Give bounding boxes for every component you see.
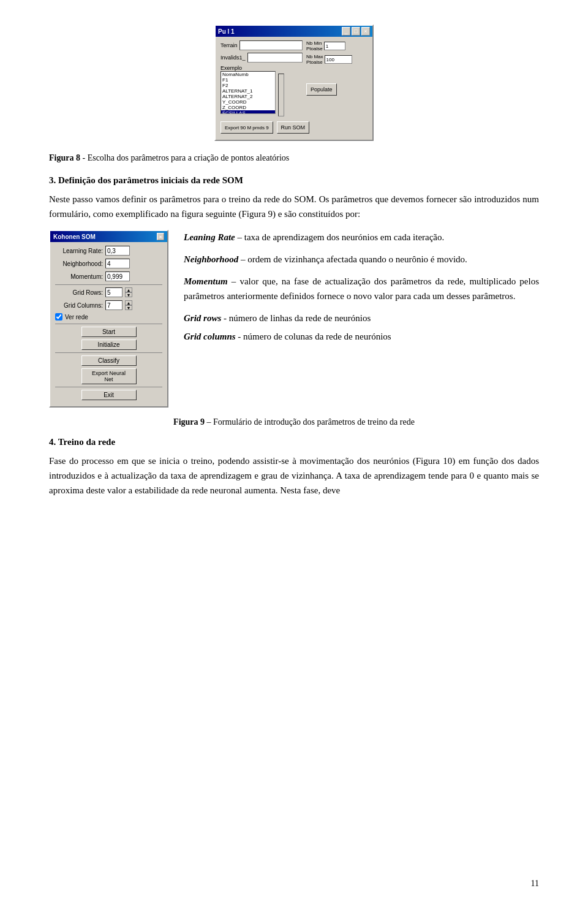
page: Pu l 1 _ □ × Terrain Invalids1_ (0, 0, 588, 907)
neighborhood-row: Neighborhood: 4 (55, 259, 162, 268)
figure9-descriptions: Leaning Rate – taxa de aprendizagem dos … (184, 230, 539, 344)
grid-cols-spinner[interactable]: ▲ ▼ (125, 300, 132, 310)
list-item[interactable]: Z_COORD (221, 105, 275, 110)
list-item[interactable]: ALTERNAT_1 (221, 88, 275, 94)
listbox-scrollbar[interactable] (278, 65, 284, 116)
list-item[interactable]: Y_COORD (221, 99, 275, 105)
learning-rate-input[interactable]: 0,3 (105, 246, 130, 256)
run-som-button[interactable]: Run SOM (277, 121, 310, 134)
figure8-caption-sep: - (80, 153, 88, 162)
export-neural-btn-row: Export Neural Net (55, 368, 162, 384)
populate-btn-container: Populate (306, 83, 368, 96)
grid-rows-up[interactable]: ▲ (125, 287, 132, 292)
nbmax-row: Nb MaxPtoalse 100 (306, 54, 368, 65)
separator3 (55, 387, 162, 387)
grid-cols-label: Grid Columns: (55, 302, 103, 309)
exit-button[interactable]: Exit (81, 390, 137, 400)
maximize-btn[interactable]: □ (352, 27, 360, 36)
neighborhood-label: Neighborhood: (55, 260, 103, 267)
list-item[interactable]: F1 (221, 77, 275, 83)
figure9-caption-sep: – (205, 417, 213, 427)
initialize-button[interactable]: Initialize (81, 340, 137, 350)
nbmin-label: Nb MinPtoalse (306, 40, 323, 51)
kohonen-dialog: Kohonen SOM × Learning Rate: 0,3 (49, 230, 168, 408)
start-btn-row: Start (55, 327, 162, 337)
figure9-caption-label: Figura 9 (173, 417, 205, 427)
figure9-left: Kohonen SOM × Learning Rate: 0,3 (49, 230, 172, 408)
grid-rows-desc-text: - número de linhas da rede de neurónios (221, 313, 371, 323)
ver-rede-row: Ver rede (55, 313, 162, 321)
start-button[interactable]: Start (81, 327, 137, 337)
figure9-section: Kohonen SOM × Learning Rate: 0,3 (49, 230, 539, 408)
invalids-input[interactable] (247, 53, 303, 63)
grid-cols-input[interactable]: 7 (105, 300, 123, 310)
page-number: 11 (531, 879, 539, 889)
figure8-caption-label: Figura 8 (49, 153, 80, 162)
divider1 (55, 284, 162, 285)
section4-heading: 4. Treino da rede (49, 437, 539, 447)
momentum-label: Momentum: (55, 273, 103, 280)
learning-rate-desc-text: – taxa de aprendizagem dos neurónios em … (235, 232, 445, 242)
momentum-row: Momentum: 0,999 (55, 271, 162, 281)
nbmax-input[interactable]: 100 (325, 55, 352, 64)
grid-rows-desc-block: Grid rows - número de linhas da rede de … (184, 311, 539, 325)
invalids-row: Invalids1_ (221, 53, 303, 63)
ver-rede-checkbox[interactable] (55, 313, 62, 321)
learning-rate-label: Learning Rate: (55, 248, 103, 254)
grid-cols-up[interactable]: ▲ (125, 300, 132, 305)
grid-rows-row: Grid Rows: 5 ▲ ▼ (55, 287, 162, 297)
export-button[interactable]: Export 90 M pmds 9 (221, 121, 273, 134)
classify-button[interactable]: Classify (81, 355, 137, 366)
export-neural-button[interactable]: Export Neural Net (81, 368, 137, 384)
list-item[interactable]: ALTERNAT_2 (221, 94, 275, 99)
neighborhood-title: Neighborhood (184, 254, 238, 264)
figure8-titlebar: Pu l 1 _ □ × (216, 26, 372, 37)
separator2 (55, 352, 162, 353)
listbox-area: Exemplo NomaNumb F1 F2 ALTERNAT_1 ALTERN… (221, 65, 303, 116)
figure8-container: Pu l 1 _ □ × Terrain Invalids1_ (49, 25, 539, 141)
learning-rate-desc-block: Leaning Rate – taxa de aprendizagem dos … (184, 230, 539, 245)
list-item-selected[interactable]: FCSILLAS_ (221, 110, 275, 114)
grid-rows-input[interactable]: 5 (105, 287, 123, 297)
figure8-right-panel: Nb MinPtoalse 1 Nb MaxPtoalse 100 Popula… (306, 40, 368, 116)
list-item[interactable]: NomaNumb (221, 72, 275, 77)
grid-rows-label: Grid Rows: (55, 289, 103, 296)
grid-rows-down[interactable]: ▼ (125, 292, 132, 297)
figure8-title: Pu l 1 (218, 28, 235, 35)
grid-rows-spinner[interactable]: ▲ ▼ (125, 287, 132, 297)
section3-heading: 3. Definição dos parâmetros iniciais da … (49, 175, 539, 186)
grid-cols-desc-block: Grid columns - número de colunas da rede… (184, 329, 539, 344)
learning-rate-title: Leaning Rate (184, 232, 235, 242)
close-btn[interactable]: × (361, 27, 370, 36)
grid-cols-title: Grid columns (184, 332, 236, 341)
populate-button[interactable]: Populate (306, 83, 337, 96)
terrain-input[interactable] (239, 40, 303, 50)
kohonen-titlebar: Kohonen SOM × (50, 231, 167, 242)
separator1 (55, 324, 162, 324)
figure8-dialog: Pu l 1 _ □ × Terrain Invalids1_ (214, 25, 374, 141)
momentum-input[interactable]: 0,999 (105, 271, 130, 281)
neighborhood-input[interactable]: 4 (105, 259, 130, 268)
grid-cols-desc-text: - número de colunas da rede de neurónios (236, 332, 391, 341)
initialize-btn-row: Initialize (55, 340, 162, 350)
classify-btn-row: Classify (55, 355, 162, 366)
example-listbox[interactable]: NomaNumb F1 F2 ALTERNAT_1 ALTERNAT_2 Y_C… (221, 71, 276, 114)
figure9-caption-text: Formulário de introdução dos parâmetros … (213, 417, 415, 427)
kohonen-title-text: Kohonen SOM (53, 233, 96, 240)
terrain-row: Terrain (221, 40, 303, 50)
grid-cols-down[interactable]: ▼ (125, 305, 132, 310)
example-label: Exemplo (221, 65, 276, 71)
nbmin-input[interactable]: 1 (324, 42, 345, 50)
minimize-btn[interactable]: _ (342, 27, 350, 36)
invalids-label: Invalids1_ (221, 55, 246, 61)
momentum-title: Momentum (184, 276, 228, 286)
momentum-desc-text: – valor que, na fase de actualização dos… (184, 276, 539, 301)
learning-rate-row: Learning Rate: 0,3 (55, 246, 162, 256)
figure8-caption: Figura 8 - Escolha dos parâmetros para a… (49, 153, 539, 163)
section3-paragraph1: Neste passo vamos definir os parâmetros … (49, 192, 539, 221)
list-item[interactable]: F2 (221, 83, 275, 88)
grid-rows-title: Grid rows (184, 313, 221, 323)
figure8-caption-text: Escolha dos parâmetros para a criação de… (88, 153, 290, 162)
kohonen-close-btn[interactable]: × (157, 233, 164, 240)
section4-para1-text: Fase do processo em que se inicia o trei… (49, 456, 539, 495)
